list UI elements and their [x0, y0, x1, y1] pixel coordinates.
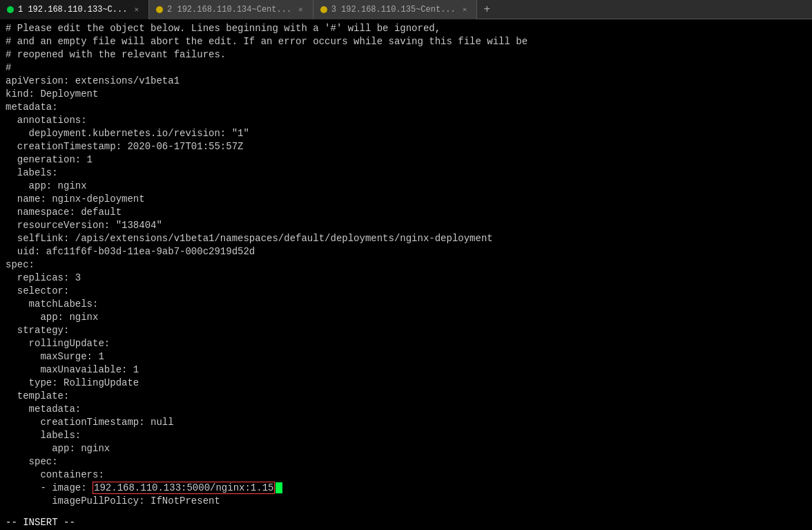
tab-2-label: 2 192.168.110.134~Cent...: [167, 5, 291, 15]
line-11: generation: 1: [6, 153, 806, 167]
tab-1-close[interactable]: ✕: [131, 3, 142, 15]
line-10: creationTimestamp: 2020-06-17T01:55:57Z: [6, 140, 806, 153]
line-34: spec:: [6, 455, 806, 469]
line-2: # and an empty file will abort the edit.…: [6, 35, 806, 48]
tab-2[interactable]: 2 192.168.110.134~Cent... ✕: [149, 0, 313, 19]
line-9: deployment.kubernetes.io/revision: "1": [6, 127, 806, 140]
line-4: #: [6, 61, 806, 75]
line-21: selector:: [6, 285, 806, 298]
line-3: # reopened with the relevant failures.: [6, 48, 806, 61]
line-33: app: nginx: [6, 442, 806, 455]
line-36-highlight: 192.168.110.133:5000/nginx:1.15: [93, 482, 275, 494]
tab-2-dot: [156, 6, 163, 13]
status-bar: -- INSERT --: [0, 515, 812, 530]
line-26: maxSurge: 1: [6, 350, 806, 363]
insert-mode-label: -- INSERT --: [6, 517, 75, 528]
tab-3-dot: [320, 6, 327, 13]
cursor: [276, 482, 282, 493]
line-5: apiVersion: extensions/v1beta1: [6, 75, 806, 88]
line-14: name: nginx-deployment: [6, 193, 806, 206]
line-35: containers:: [6, 469, 806, 482]
line-12: labels:: [6, 167, 806, 180]
tab-1[interactable]: 1 192.168.110.133~C... ✕: [0, 0, 149, 19]
tab-3[interactable]: 3 192.168.110.135~Cent... ✕: [313, 0, 478, 19]
tab-3-label: 3 192.168.110.135~Cent...: [331, 5, 456, 15]
line-19: spec:: [6, 258, 806, 272]
line-15: namespace: default: [6, 206, 806, 219]
line-17: selfLink: /apis/extensions/v1beta1/names…: [6, 232, 806, 245]
tab-1-dot: [7, 6, 14, 13]
line-1: # Please edit the object below. Lines be…: [6, 22, 806, 35]
line-23: app: nginx: [6, 311, 806, 324]
line-27: maxUnavailable: 1: [6, 363, 806, 377]
line-31: creationTimestamp: null: [6, 416, 806, 429]
line-29: template:: [6, 390, 806, 403]
line-22: matchLabels:: [6, 298, 806, 311]
line-24: strategy:: [6, 324, 806, 337]
line-36-pre: - image:: [6, 482, 93, 493]
line-18: uid: afc11f6f-b03d-11ea-9ab7-000c2919d52…: [6, 245, 806, 258]
line-32: labels:: [6, 429, 806, 442]
line-13: app: nginx: [6, 180, 806, 193]
line-16: resourceVersion: "138404": [6, 219, 806, 232]
line-7: metadata:: [6, 101, 806, 114]
line-20: replicas: 3: [6, 272, 806, 285]
line-8: annotations:: [6, 114, 806, 127]
plus-icon: +: [484, 3, 491, 16]
line-25: rollingUpdate:: [6, 337, 806, 350]
line-37: imagePullPolicy: IfNotPresent: [6, 495, 806, 508]
line-28: type: RollingUpdate: [6, 377, 806, 390]
line-36: - image: 192.168.110.133:5000/nginx:1.15: [6, 482, 806, 495]
tab-add-button[interactable]: +: [477, 0, 496, 19]
terminal-body: # Please edit the object below. Lines be…: [0, 19, 812, 530]
line-30: metadata:: [6, 403, 806, 416]
tab-3-close[interactable]: ✕: [460, 3, 470, 15]
line-6: kind: Deployment: [6, 88, 806, 101]
tab-2-close[interactable]: ✕: [296, 3, 306, 15]
tab-bar: 1 192.168.110.133~C... ✕ 2 192.168.110.1…: [0, 0, 812, 19]
tab-1-label: 1 192.168.110.133~C...: [18, 5, 127, 15]
